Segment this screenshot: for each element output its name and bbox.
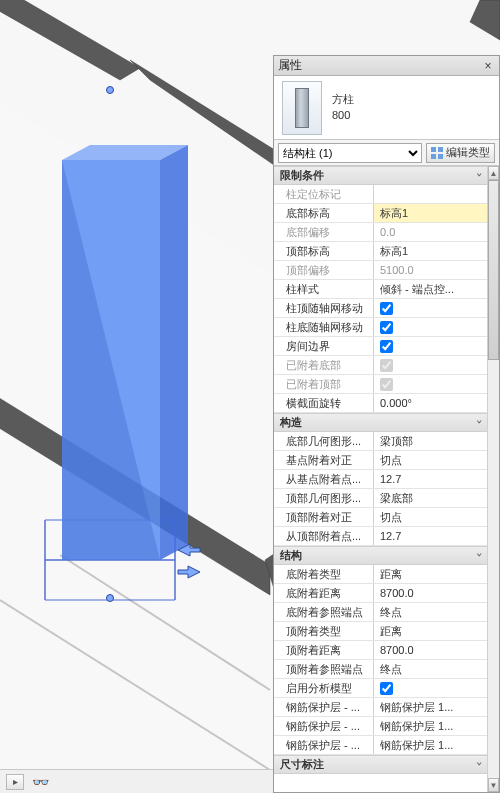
row-top-moves-grid[interactable]: 柱顶随轴网移动 [274,299,487,318]
checkbox[interactable] [380,340,393,353]
svg-point-17 [107,595,114,602]
group-structural[interactable]: 结构 ⱽ [274,546,487,565]
edit-type-button[interactable]: 编辑类型 [426,143,495,163]
row-cross-rotation[interactable]: 横截面旋转 0.000° [274,394,487,413]
row-location-mark[interactable]: 柱定位标记 [274,185,487,204]
edit-type-icon [431,147,443,159]
row-top-justification[interactable]: 顶部附着对正 切点 [274,508,487,527]
close-icon[interactable]: × [481,59,495,73]
row-attached-top[interactable]: 已附着顶部 [274,375,487,394]
checkbox[interactable] [380,321,393,334]
panel-titlebar[interactable]: 属性 × [274,56,499,76]
checkbox [380,378,393,391]
svg-marker-1 [0,0,140,80]
row-rebar-cover-1[interactable]: 钢筋保护层 - ... 钢筋保护层 1... [274,698,487,717]
row-rebar-cover-3[interactable]: 钢筋保护层 - ... 钢筋保护层 1... [274,736,487,755]
collapse-icon[interactable]: ⱽ [477,761,481,768]
row-room-bounding[interactable]: 房间边界 [274,337,487,356]
view-control-bar: ▸ 👓 [0,769,273,793]
properties-panel: 属性 × 方柱 800 结构柱 (1) 编辑类型 限制条件 ⱽ 柱定位标记 [273,55,500,793]
svg-marker-14 [160,145,188,560]
row-base-attach-type[interactable]: 底附着类型 距离 [274,565,487,584]
row-base-level[interactable]: 底部标高 标高1 [274,204,487,223]
collapse-icon[interactable]: ⱽ [477,172,481,179]
collapse-icon[interactable]: ⱽ [477,419,481,426]
type-size: 800 [332,108,354,123]
row-from-top-attach[interactable]: 从顶部附着点... 12.7 [274,527,487,546]
properties-grid: 限制条件 ⱽ 柱定位标记 底部标高 标高1 底部偏移 0.0 顶部标高 标高1 … [274,166,499,792]
edit-type-label: 编辑类型 [446,145,490,160]
vertical-scrollbar[interactable]: ▲ ▼ [487,166,499,792]
group-construction[interactable]: 构造 ⱽ [274,413,487,432]
row-analytical-model[interactable]: 启用分析模型 [274,679,487,698]
checkbox[interactable] [380,302,393,315]
scroll-thumb[interactable] [488,180,499,360]
row-base-attach-ref[interactable]: 底附着参照端点 终点 [274,603,487,622]
row-rebar-cover-2[interactable]: 钢筋保护层 - ... 钢筋保护层 1... [274,717,487,736]
row-base-cut-style[interactable]: 底部几何图形... 梁顶部 [274,432,487,451]
svg-point-16 [107,87,114,94]
row-top-attach-type[interactable]: 顶附着类型 距离 [274,622,487,641]
checkbox[interactable] [380,682,393,695]
panel-title-text: 属性 [278,57,302,74]
row-column-style[interactable]: 柱样式 倾斜 - 端点控... [274,280,487,299]
type-text: 方柱 800 [332,92,354,123]
type-selector[interactable]: 方柱 800 [274,76,499,140]
type-thumbnail [282,81,322,135]
expand-button[interactable]: ▸ [6,774,24,790]
scroll-up-icon[interactable]: ▲ [488,166,499,180]
family-name: 方柱 [332,92,354,107]
instance-filter-select[interactable]: 结构柱 (1) [278,143,422,163]
collapse-icon[interactable]: ⱽ [477,552,481,559]
row-base-moves-grid[interactable]: 柱底随轴网移动 [274,318,487,337]
row-top-attach-ref[interactable]: 顶附着参照端点 终点 [274,660,487,679]
row-attached-base[interactable]: 已附着底部 [274,356,487,375]
checkbox [380,359,393,372]
scroll-down-icon[interactable]: ▼ [488,778,499,792]
row-base-attach-dist[interactable]: 底附着距离 8700.0 [274,584,487,603]
row-top-offset[interactable]: 顶部偏移 5100.0 [274,261,487,280]
row-top-attach-dist[interactable]: 顶附着距离 8700.0 [274,641,487,660]
glasses-icon[interactable]: 👓 [32,774,49,790]
group-constraints[interactable]: 限制条件 ⱽ [274,166,487,185]
row-from-base-attach[interactable]: 从基点附着点... 12.7 [274,470,487,489]
group-dimensions[interactable]: 尺寸标注 ⱽ [274,755,487,774]
row-top-level[interactable]: 顶部标高 标高1 [274,242,487,261]
svg-marker-5 [470,0,500,40]
row-top-cut-style[interactable]: 顶部几何图形... 梁底部 [274,489,487,508]
row-base-offset[interactable]: 底部偏移 0.0 [274,223,487,242]
row-base-justification[interactable]: 基点附着对正 切点 [274,451,487,470]
